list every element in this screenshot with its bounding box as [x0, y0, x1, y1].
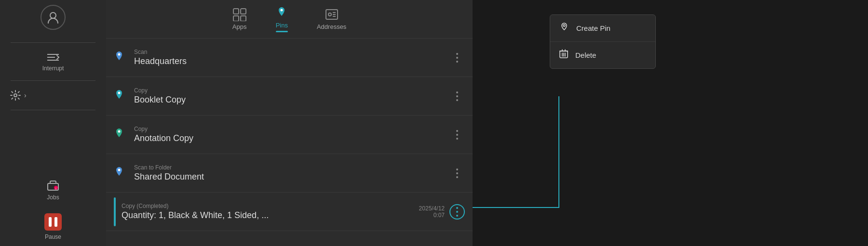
settings-chevron: › [24, 91, 27, 99]
svg-point-17 [281, 9, 283, 11]
item-category: Copy [134, 87, 449, 94]
item-name: Anotation Copy [134, 133, 449, 143]
dot [456, 215, 458, 217]
list-item: Scan Headquarters [106, 39, 473, 77]
sidebar-item-pause[interactable]: Pause [0, 207, 106, 246]
delete-icon [559, 49, 569, 62]
item-name: Booklet Copy [134, 95, 449, 105]
list-item-completed: Copy (Completed) Quantity: 1, Black & Wh… [106, 193, 473, 231]
connector-line-h [473, 207, 559, 208]
more-menu-button-active[interactable] [449, 204, 465, 220]
dot [456, 138, 458, 140]
svg-rect-14 [241, 9, 246, 14]
more-menu-button[interactable] [449, 127, 465, 142]
svg-point-26 [118, 168, 121, 171]
dot [456, 134, 458, 136]
completed-bar [114, 197, 116, 226]
svg-rect-16 [241, 16, 246, 21]
tab-pins-underline [276, 31, 288, 32]
list-item: Copy Booklet Copy [106, 77, 473, 116]
pin-icon [114, 51, 127, 65]
svg-rect-13 [233, 9, 239, 14]
pin-icon [114, 89, 127, 104]
svg-point-0 [50, 13, 56, 18]
interrupt-label: Interrupt [42, 65, 64, 72]
sidebar-item-settings[interactable]: › [0, 84, 106, 107]
item-name: Quantity: 1, Black & White, 1 Sided, ... [122, 210, 419, 220]
dot [456, 130, 458, 132]
item-text: Copy Booklet Copy [134, 87, 449, 105]
more-menu-button[interactable] [449, 89, 465, 104]
svg-rect-15 [233, 16, 239, 21]
delete-label: Delete [575, 51, 596, 59]
item-category: Scan [134, 49, 449, 55]
tab-addresses[interactable]: Addresses [317, 8, 346, 30]
svg-rect-10 [44, 213, 62, 231]
item-name: Headquarters [134, 56, 449, 66]
item-time: 0:07 [434, 212, 445, 219]
list-item: Copy Anotation Copy [106, 116, 473, 154]
svg-point-25 [118, 130, 121, 132]
svg-point-6 [14, 94, 17, 97]
dot [456, 168, 458, 170]
dot [456, 99, 458, 101]
dot [456, 172, 458, 174]
svg-line-5 [57, 57, 59, 59]
sidebar: Interrupt › i Jobs Pause [0, 0, 106, 246]
sidebar-divider-2 [11, 80, 95, 81]
sidebar-item-interrupt[interactable]: Interrupt [0, 46, 106, 78]
pins-list: Scan Headquarters Copy Booklet Copy [106, 39, 473, 246]
pin-icon [114, 128, 127, 142]
item-name: Shared Document [134, 172, 449, 182]
create-pin-label: Create Pin [576, 24, 610, 32]
tab-bar: Apps Pins Addresses [106, 0, 473, 39]
pause-label: Pause [45, 233, 61, 240]
item-category: Copy [134, 126, 449, 132]
connector-line-v [558, 96, 559, 208]
dot [456, 176, 458, 178]
item-category: Scan to Folder [134, 164, 449, 171]
svg-point-19 [328, 13, 331, 16]
tab-apps[interactable]: Apps [232, 8, 247, 30]
avatar[interactable] [41, 5, 66, 30]
sidebar-item-jobs[interactable]: i Jobs [0, 174, 106, 207]
item-date: 2025/4/12 [419, 205, 445, 212]
popup-create-pin[interactable]: Create Pin [550, 15, 655, 42]
dot [456, 95, 458, 97]
popup-menu: Create Pin Delete [550, 14, 656, 69]
tab-pins[interactable]: Pins [276, 6, 288, 32]
dot [456, 207, 458, 209]
dot [456, 61, 458, 63]
svg-rect-12 [54, 217, 57, 227]
item-text: Copy (Completed) Quantity: 1, Black & Wh… [122, 203, 419, 220]
dot [456, 211, 458, 213]
popup-delete[interactable]: Delete [550, 42, 655, 68]
dot [456, 57, 458, 59]
item-category: Copy (Completed) [122, 203, 419, 209]
svg-rect-11 [49, 217, 52, 227]
sidebar-divider-1 [11, 42, 95, 43]
more-menu-button[interactable] [449, 50, 465, 65]
svg-point-27 [563, 25, 565, 26]
item-text: Scan to Folder Shared Document [134, 164, 449, 182]
pin-icon [114, 166, 127, 181]
tab-pins-label: Pins [276, 22, 288, 29]
dot [456, 53, 458, 55]
jobs-label: Jobs [47, 194, 59, 201]
tab-addresses-label: Addresses [317, 23, 346, 30]
svg-point-23 [118, 53, 121, 55]
dot [456, 91, 458, 93]
tab-apps-label: Apps [232, 23, 247, 30]
svg-point-24 [118, 91, 121, 94]
create-pin-icon [559, 22, 570, 35]
sidebar-divider-3 [11, 110, 95, 110]
item-meta: 2025/4/12 0:07 [419, 205, 445, 219]
item-text: Copy Anotation Copy [134, 126, 449, 143]
item-text: Scan Headquarters [134, 49, 449, 66]
more-menu-button[interactable] [449, 166, 465, 181]
main-panel: Apps Pins Addresses [106, 0, 473, 246]
list-item: Scan to Folder Shared Document [106, 154, 473, 193]
